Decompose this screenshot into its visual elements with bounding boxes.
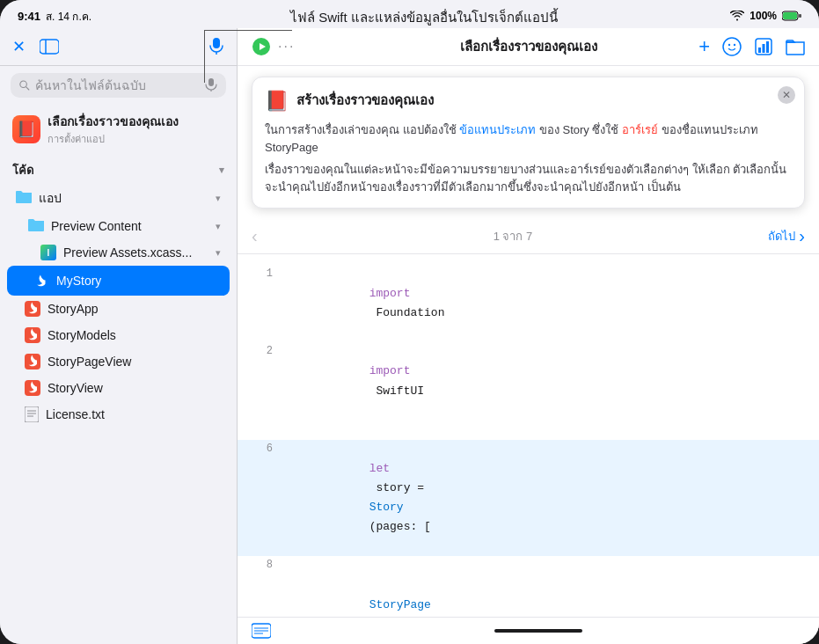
folder-name-app: แอป [39, 188, 208, 208]
file-name-license: License.txt [46, 407, 105, 421]
code-line-empty [238, 421, 819, 440]
file-item-storyview[interactable]: StoryView [4, 375, 233, 401]
sidebar-toolbar-icons: ✕ [12, 37, 59, 56]
tutorial-book-icon: 📕 [265, 90, 289, 114]
svg-point-23 [734, 44, 735, 46]
svg-rect-5 [213, 38, 220, 48]
section-chevron: ▾ [219, 165, 224, 176]
project-info: เลือกเรื่องราวของคุณเอง การตั้งค่าแอป [48, 112, 179, 147]
tutorial-body2: ของ Story ซึ่งใช้ [539, 123, 619, 136]
next-button[interactable]: ถัดไป [768, 227, 795, 245]
file-item-storypageview[interactable]: StoryPageView [4, 348, 233, 375]
svg-rect-1 [783, 12, 797, 19]
svg-line-8 [26, 87, 28, 90]
sidebar-toggle-icon[interactable] [40, 39, 59, 55]
project-subtitle: การตั้งค่าแอป [48, 131, 179, 147]
file-item-license[interactable]: License.txt [4, 401, 233, 428]
tutorial-body1: ในการสร้างเรื่องเล่าของคุณ แอปต้องใช้ [265, 123, 457, 136]
battery-text: 100% [750, 10, 777, 22]
swift-icon-storyapp [25, 301, 40, 317]
ipad-frame: 9:41 ส. 14 ก.ค. 100% [0, 0, 819, 644]
tutorial-highlight1: ข้อแทนประเภท [459, 123, 536, 136]
type-storypage: StoryPage [369, 598, 431, 611]
run-icon[interactable] [252, 37, 271, 56]
emoji-button[interactable] [722, 37, 742, 56]
sidebar: ✕ [0, 28, 238, 644]
search-bar[interactable] [11, 73, 226, 98]
editor-header-right: + [698, 35, 805, 58]
svg-rect-26 [763, 44, 765, 53]
file-name-storyapp: StoryApp [48, 302, 99, 316]
editor-header: ··· เลือกเรื่องราวของคุณเอง + [238, 28, 819, 66]
section-label: โค้ด [12, 161, 33, 179]
file-name-storymodels: StoryModels [48, 328, 116, 342]
xcassets-chevron: ▾ [216, 247, 221, 259]
swift-icon-storyview [25, 380, 40, 396]
bottom-toolbar [238, 617, 819, 644]
pagination-label: 1 จาก 7 [494, 227, 533, 245]
mic-icon[interactable] [208, 38, 224, 55]
home-indicator [494, 629, 582, 633]
tutorial-popup: 📕 สร้างเรื่องราวของคุณเอง ✕ ในการสร้างเร… [252, 77, 805, 209]
svg-point-22 [728, 44, 730, 46]
folder-chevron-preview: ▾ [216, 221, 221, 232]
list-icon[interactable] [252, 623, 271, 639]
svg-rect-27 [766, 41, 769, 53]
project-name: เลือกเรื่องราวของคุณเอง [48, 112, 179, 131]
project-icon: 📕 [12, 115, 40, 143]
swift-icon-storymodels [25, 327, 40, 343]
wifi-icon [730, 11, 744, 21]
pagination: ‹ 1 จาก 7 ถัดไป › [238, 219, 819, 254]
svg-rect-3 [40, 40, 59, 54]
project-item[interactable]: 📕 เลือกเรื่องราวของคุณเอง การตั้งค่าแอป [0, 105, 237, 154]
file-item-xcassets[interactable]: I Preview Assets.xcass... ▾ [4, 239, 233, 266]
sidebar-toolbar: ✕ [0, 28, 237, 66]
folder-chevron-app: ▾ [216, 193, 221, 204]
dots-icon: ··· [278, 39, 295, 55]
add-button[interactable]: + [698, 35, 710, 58]
svg-rect-15 [25, 406, 39, 422]
code-line-1: 1 import Foundation [238, 265, 819, 342]
editor-header-left: ··· [252, 37, 295, 56]
file-item-storymodels[interactable]: StoryModels [4, 322, 233, 348]
tutorial-close-button[interactable]: ✕ [778, 86, 795, 104]
section-header-code[interactable]: โค้ด ▾ [0, 154, 237, 183]
folder-button[interactable] [786, 38, 805, 55]
tutorial-highlight2: อาร์เรย์ [622, 123, 658, 136]
search-icon [19, 79, 30, 91]
file-name-xcassets: Preview Assets.xcass... [63, 245, 192, 260]
prev-button[interactable]: ‹ [252, 226, 258, 246]
folder-name-preview: Preview Content [51, 219, 208, 233]
folder-preview-icon [28, 218, 44, 234]
close-icon[interactable]: ✕ [12, 37, 26, 56]
xcassets-icon: I [40, 245, 56, 260]
folder-item-app[interactable]: แอป ▾ [4, 183, 233, 213]
type-story: Story [369, 501, 404, 514]
folder-icon [16, 190, 32, 206]
tutorial-body: ในการสร้างเรื่องเล่าของคุณ แอปต้องใช้ ข้… [265, 121, 792, 156]
svg-rect-9 [208, 78, 214, 86]
code-editor[interactable]: 1 import Foundation 2 import SwiftUI [238, 254, 819, 617]
file-item-mystory[interactable]: MyStory [7, 266, 230, 296]
svg-rect-25 [758, 48, 761, 53]
code-line-2: 2 import SwiftUI [238, 342, 819, 420]
date: ส. 14 ก.ค. [46, 8, 91, 25]
chart-button[interactable] [754, 37, 773, 56]
swift-icon-storypageview [25, 354, 40, 370]
file-item-storyapp[interactable]: StoryApp [4, 296, 233, 322]
kw-let: let [369, 462, 390, 475]
code-line-6: 6 let story = Story (pages: [ [238, 440, 819, 557]
tutorial-header: 📕 สร้างเรื่องราวของคุณเอง [265, 90, 792, 114]
mic-search-icon[interactable] [205, 78, 217, 92]
time: 9:41 [18, 10, 40, 23]
status-bar: 9:41 ส. 14 ก.ค. 100% [0, 0, 819, 28]
folder-item-preview-content[interactable]: Preview Content ▾ [4, 213, 233, 239]
sidebar-files: แอป ▾ Preview Content ▾ I [0, 183, 237, 644]
search-input[interactable] [35, 78, 200, 92]
file-name-mystory: MyStory [56, 274, 217, 288]
code-line-8: 8 StoryPage ( // 0 [238, 556, 819, 617]
editor-area: ··· เลือกเรื่องราวของคุณเอง + [238, 28, 819, 644]
status-left: 9:41 ส. 14 ก.ค. [18, 8, 91, 25]
file-name-storyview: StoryView [48, 381, 103, 395]
status-right: 100% [730, 10, 801, 22]
